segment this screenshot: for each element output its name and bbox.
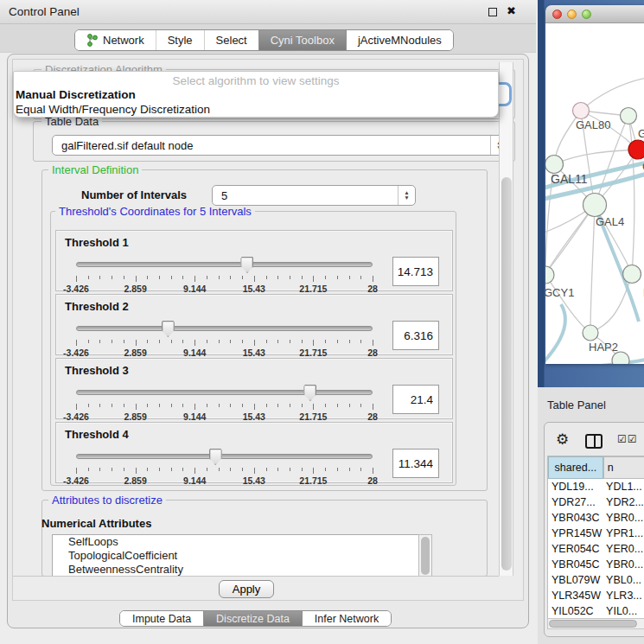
tick-label: 21.715 [299,475,327,486]
checkbox-icons[interactable]: ☑☑ [617,433,638,445]
tab-style[interactable]: Style [156,30,204,50]
threshold-panel: Threshold 1-3.4262.8599.14415.4321.71528 [55,230,453,291]
slider-thumb[interactable] [209,449,222,465]
tick-label: 21.715 [299,348,327,358]
algorithm-dropdown-popup: Select algorithm to view settings Manual… [13,71,499,118]
close-panel-button[interactable]: ✖ [507,4,516,17]
tab-infer-network[interactable]: Infer Network [302,611,391,626]
column-header-shared[interactable]: shared... [548,456,603,479]
threshold-value-field[interactable] [392,257,439,286]
table-row[interactable]: YLR345WYLR3... [548,588,644,603]
tab-discretize-data[interactable]: Discretize Data [203,611,302,626]
threshold-slider[interactable]: -3.4262.8599.14415.4321.71528 [76,321,373,355]
table-row[interactable]: YBR045CYBR0... [548,557,644,572]
cell-shared-name: YBL079W [548,574,603,586]
threshold-slider[interactable]: -3.4262.8599.14415.4321.71528 [76,385,373,419]
column-header-name[interactable]: n [603,456,644,479]
threshold-value-field[interactable] [392,449,439,478]
network-canvas[interactable]: GAL80 GA C GAL11 GAL4 GCY1 H HAP2 [545,23,644,364]
threshold-panel: Threshold 3-3.4262.8599.14415.4321.71528 [55,358,453,419]
algorithm-option[interactable]: Manual Discretization [14,88,498,103]
network-icon [86,34,98,47]
table-row[interactable]: YBR043CYBR0... [548,510,644,526]
cell-shared-name: YPR145W [548,527,603,539]
cell-shared-name: YBR043C [548,512,603,524]
tick-label: 21.715 [299,284,327,294]
numerical-attributes-list[interactable]: SelfLoopsTopologicalCoefficientBetweenne… [52,534,418,577]
cell-shared-name: YER054C [548,543,603,555]
network-node[interactable] [545,156,564,174]
tab-network[interactable]: Network [75,30,156,50]
attribute-list-item[interactable]: BetweennessCentrality [53,563,418,577]
settings-vertical-scrollbar[interactable] [499,62,513,576]
tab-jactivemnodules[interactable]: jActiveMNodules [346,30,453,50]
apply-button[interactable]: Apply [219,580,274,598]
table-row[interactable]: YDR27...YDR2... [548,494,644,510]
table-data-combobox[interactable]: galFiltered.sif default node ▲▼ [52,135,508,156]
close-window-icon[interactable] [552,10,562,19]
network-node[interactable] [545,266,554,284]
table-row[interactable]: YBL079WYBL0... [548,572,644,588]
threshold-slider[interactable]: -3.4262.8599.14415.4321.71528 [76,257,373,291]
network-node[interactable] [583,325,598,341]
tab-cyni-toolbox[interactable]: Cyni Toolbox [258,30,346,50]
cell-name: YLR3... [603,590,644,602]
thresholds-group-label: Threshold's Coordinates for 5 Intervals [55,206,255,218]
network-node[interactable] [612,352,629,364]
threshold-value-field[interactable] [392,385,439,414]
threshold-label: Threshold 3 [65,364,129,377]
slider-thumb[interactable] [162,321,175,337]
tab-network-label: Network [103,34,144,47]
table-horizontal-scrollbar[interactable] [547,618,644,629]
node-label: HAP2 [589,341,618,354]
network-node[interactable] [623,265,641,284]
cell-name: YIL0... [603,605,644,617]
threshold-value-field[interactable] [392,321,439,350]
slider-thumb[interactable] [303,385,316,401]
tick-label: 15.43 [243,411,265,422]
minimize-window-icon[interactable] [567,10,577,19]
tab-impute-data[interactable]: Impute Data [120,611,203,626]
table-panel-section: Table Panel ⚙ ☑☑ shared... n YDL19...YDL… [538,387,644,644]
control-panel-titlebar: Control Panel ✖ [0,0,536,24]
attributes-group-label: Attributes to discretize [48,494,166,507]
tick-label: 15.43 [243,475,265,486]
zoom-window-icon[interactable] [582,10,591,19]
network-node[interactable] [628,140,644,159]
columns-icon[interactable] [585,434,603,449]
tick-label: -3.426 [63,411,89,422]
table-row[interactable]: YDL19...YDL1... [548,479,644,494]
tick-label: 9.144 [183,284,206,294]
tick-label: 28 [367,284,378,294]
network-node[interactable] [583,194,607,217]
table-row[interactable]: YER054CYER0... [548,541,644,557]
numerical-attributes-label: Numerical Attributes [41,517,151,530]
tab-select[interactable]: Select [204,30,258,50]
algorithm-option[interactable]: Equal Width/Frequency Discretization [14,103,498,118]
float-window-button[interactable] [488,8,497,16]
attribute-list-item[interactable]: TopologicalCoefficient [53,549,418,563]
combo-stepper-icon[interactable]: ▲▼ [398,186,415,205]
tick-label: -3.426 [63,348,89,358]
cell-name: YBL0... [603,574,644,586]
slider-thumb[interactable] [240,257,253,273]
cell-name: YDR2... [603,496,644,508]
cell-name: YPR1... [603,527,644,539]
threshold-panel: Threshold 2-3.4262.8599.14415.4321.71528 [55,294,453,355]
network-node[interactable] [573,103,590,119]
threshold-slider[interactable]: -3.4262.8599.14415.4321.71528 [76,449,373,483]
network-view-window: GAL80 GA C GAL11 GAL4 GCY1 H HAP2 [545,5,644,364]
attributes-list-scrollbar[interactable] [418,534,432,577]
tick-label: 2.859 [124,284,146,294]
attribute-list-item[interactable]: SelfLoops [53,535,418,549]
cell-shared-name: YIL052C [548,605,603,617]
network-node[interactable] [621,108,637,124]
gear-icon[interactable]: ⚙ [556,430,569,449]
number-of-intervals-combobox[interactable]: 5 ▲▼ [212,185,416,206]
tick-label: 15.43 [243,284,265,294]
network-window-titlebar [545,5,644,23]
table-row[interactable]: YPR145WYPR1... [548,526,644,541]
table-row[interactable]: YIL052CYIL0... [548,603,644,619]
algorithm-placeholder: Select algorithm to view settings [14,72,498,88]
tick-label: 9.144 [183,348,206,358]
